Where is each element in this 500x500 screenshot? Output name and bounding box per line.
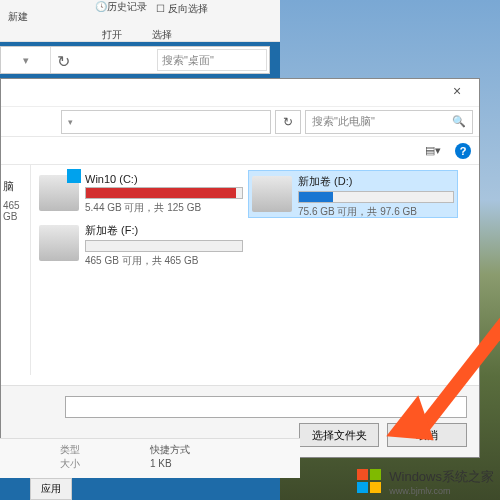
drive-stats: 75.6 GB 可用，共 97.6 GB xyxy=(298,205,454,219)
dialog-address-bar: ▾ ↻ 搜索"此电脑" 🔍 xyxy=(1,107,479,137)
watermark: Windows系统之家 www.bjmlv.com xyxy=(357,468,494,496)
drive-stats: 465 GB 可用，共 465 GB xyxy=(85,254,243,268)
breadcrumb[interactable]: ▾ xyxy=(61,110,271,134)
drive-name: 新加卷 (F:) xyxy=(85,223,243,238)
drive-name: 新加卷 (D:) xyxy=(298,174,454,189)
refresh-parent[interactable]: ↻ xyxy=(51,47,75,71)
ribbon: 新建 🕓历史记录 ☐ 反向选择 打开 选择 xyxy=(0,0,280,42)
folder-name-input[interactable] xyxy=(65,396,467,418)
watermark-url: www.bjmlv.com xyxy=(389,486,494,496)
ribbon-invert[interactable]: ☐ 反向选择 xyxy=(156,2,208,16)
help-icon[interactable]: ? xyxy=(455,143,471,159)
cancel-button[interactable]: 取消 xyxy=(387,423,467,447)
refresh-button[interactable]: ↻ xyxy=(275,110,301,134)
watermark-text: Windows系统之家 xyxy=(389,469,494,484)
drive-usage-bar xyxy=(85,240,243,252)
view-mode-button[interactable]: ▤▾ xyxy=(419,141,447,161)
select-folder-button[interactable]: 选择文件夹 xyxy=(299,423,379,447)
search-icon: 🔍 xyxy=(452,115,466,128)
dialog-body: 脑 465 GB Win10 (C:)5.44 GB 可用，共 125 GB新加… xyxy=(1,165,479,375)
details-pane: 类型快捷方式 大小1 KB xyxy=(0,438,300,478)
drive-item[interactable]: 新加卷 (D:)75.6 GB 可用，共 97.6 GB xyxy=(248,170,458,218)
app-tab[interactable]: 应用 xyxy=(30,478,72,500)
drive-usage-bar xyxy=(298,191,454,203)
ribbon-open-label: 打开 xyxy=(102,28,122,42)
drive-stats: 5.44 GB 可用，共 125 GB xyxy=(85,201,243,215)
drives-panel: Win10 (C:)5.44 GB 可用，共 125 GB新加卷 (D:)75.… xyxy=(31,165,479,375)
drive-usage-bar xyxy=(85,187,243,199)
breadcrumb-dropdown-icon[interactable]: ▾ xyxy=(62,117,79,127)
parent-search-box[interactable]: 搜索"桌面" xyxy=(157,49,267,71)
drive-icon xyxy=(39,175,79,211)
folder-browse-dialog: × ▾ ↻ 搜索"此电脑" 🔍 ▤▾ ? 脑 465 GB Win10 (C:)… xyxy=(0,78,480,458)
sidebar-item-computer[interactable]: 脑 xyxy=(1,175,30,198)
close-button[interactable]: × xyxy=(435,79,479,105)
windows-logo-icon xyxy=(357,469,383,495)
nav-dropdown[interactable]: ▾ xyxy=(1,47,51,73)
drive-name: Win10 (C:) xyxy=(85,173,243,185)
search-placeholder: 搜索"此电脑" xyxy=(312,114,375,129)
sidebar-free-space: 465 GB xyxy=(1,198,30,224)
parent-address-bar: ▾ ↻ 搜索"桌面" xyxy=(0,46,270,74)
nav-sidebar: 脑 465 GB xyxy=(1,165,31,375)
dialog-toolbar: ▤▾ ? xyxy=(1,137,479,165)
ribbon-new[interactable]: 新建 xyxy=(8,10,28,24)
drive-icon xyxy=(252,176,292,212)
ribbon-history[interactable]: 🕓历史记录 xyxy=(95,0,147,14)
dialog-search-box[interactable]: 搜索"此电脑" 🔍 xyxy=(305,110,473,134)
dialog-titlebar: × xyxy=(1,79,479,107)
drive-icon xyxy=(39,225,79,261)
ribbon-select-label: 选择 xyxy=(152,28,172,42)
drive-item[interactable]: Win10 (C:)5.44 GB 可用，共 125 GB xyxy=(36,170,246,218)
drive-item[interactable]: 新加卷 (F:)465 GB 可用，共 465 GB xyxy=(36,220,246,268)
